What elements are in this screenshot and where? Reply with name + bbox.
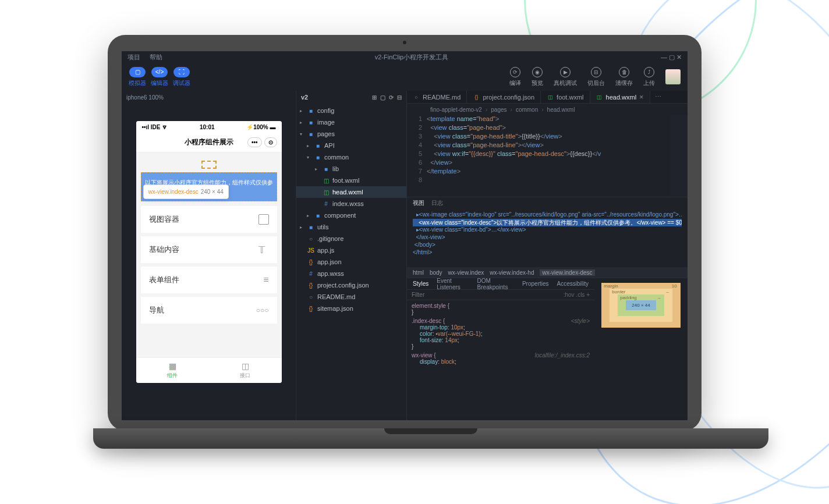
- file-item[interactable]: ◫head.wxml: [296, 186, 406, 198]
- user-avatar[interactable]: [665, 69, 681, 84]
- file-item[interactable]: {}app.json: [296, 256, 406, 268]
- remote-debug-button[interactable]: ▶真机调试: [554, 67, 577, 87]
- menu-bar: 项目 帮助 v2-FinClip小程序开发工具 — ▢ ✕: [122, 51, 688, 63]
- device-info[interactable]: iphone6 100%: [122, 91, 296, 104]
- clear-cache-button[interactable]: 🗑清缓存: [615, 67, 633, 87]
- upload-icon: ⤴: [644, 67, 654, 77]
- devtools-tab-elements[interactable]: 视图: [413, 199, 424, 207]
- menu-item-view-container[interactable]: 视图容器: [141, 206, 277, 233]
- preview-button[interactable]: ◉预览: [532, 67, 543, 87]
- compile-button[interactable]: ⟳编译: [509, 67, 521, 87]
- window-controls[interactable]: — ▢ ✕: [661, 54, 682, 61]
- devtools-tab-console[interactable]: 日志: [431, 199, 443, 207]
- tab-event-listeners[interactable]: Event Listeners: [437, 278, 469, 290]
- styles-toggles[interactable]: :hov .cls +: [564, 292, 590, 298]
- tab-properties[interactable]: Properties: [522, 281, 549, 287]
- background-button[interactable]: ⊟切后台: [587, 67, 605, 87]
- inspect-tooltip: wx-view.index-desc240 × 44: [143, 184, 229, 199]
- editor-tab[interactable]: {}project.config.json: [467, 91, 541, 103]
- folder-item[interactable]: ▸■utils: [296, 221, 406, 233]
- background-icon: ⊟: [591, 67, 601, 77]
- grid-icon: ▦: [169, 361, 176, 371]
- phone-preview[interactable]: ••ıl IDE ⛛ 10:01 ⚡100% ▬ 小程序组件展示 •••⊙: [136, 121, 282, 383]
- upload-button[interactable]: ⤴上传: [643, 67, 655, 87]
- menu-item[interactable]: 帮助: [150, 53, 162, 62]
- editor-panel: ○README.md{}project.config.json◫foot.wxm…: [407, 91, 688, 420]
- folder-item[interactable]: ▾■common: [296, 151, 406, 163]
- more-icon: ○○○: [256, 306, 269, 314]
- folder-item[interactable]: ▾■pages: [296, 128, 406, 140]
- logo-placeholder: [201, 161, 217, 169]
- file-item[interactable]: ◫foot.wxml: [296, 175, 406, 186]
- box-model[interactable]: margin10 border– padding– 240 × 44: [594, 278, 688, 420]
- card-icon: [258, 214, 269, 225]
- laptop-frame: 项目 帮助 v2-FinClip小程序开发工具 — ▢ ✕ ▢ 模拟器 </> …: [93, 35, 716, 460]
- preview-icon: ◉: [532, 67, 543, 77]
- file-explorer: v2 ⊞ ▢ ⟳ ⊟ ▸■config▸■image▾■pages▸■API▾■…: [296, 91, 407, 420]
- tabbar-api[interactable]: ◫接口: [209, 358, 282, 383]
- file-item[interactable]: ○README.md: [296, 291, 406, 303]
- styles-filter-input[interactable]: [412, 292, 470, 298]
- editor-tabs: ○README.md{}project.config.json◫foot.wxm…: [407, 91, 688, 104]
- editor-tab[interactable]: ◫head.wxml✕: [590, 91, 651, 103]
- window-title: v2-FinClip小程序开发工具: [375, 53, 449, 62]
- file-item[interactable]: {}project.config.json: [296, 279, 406, 291]
- file-item[interactable]: #index.wxss: [296, 198, 406, 210]
- api-icon: ◫: [242, 361, 249, 371]
- editor-icon: </>: [151, 67, 168, 77]
- capsule-menu-icon[interactable]: •••: [247, 137, 262, 147]
- dom-tree[interactable]: ▸<wx-image class="index-logo" src="../re…: [407, 209, 688, 267]
- phone-tabbar: ▦组件 ◫接口: [136, 357, 282, 383]
- simulator-icon: ▢: [129, 67, 146, 77]
- new-file-icon[interactable]: ⊞: [372, 94, 377, 101]
- device-icon: ▶: [560, 67, 571, 77]
- list-icon: ≡: [263, 275, 268, 285]
- tab-dom-breakpoints[interactable]: DOM Breakpoints: [477, 278, 514, 290]
- styles-pane[interactable]: element.style {} <style> .index-desc { m…: [407, 300, 594, 420]
- file-item[interactable]: #app.wxss: [296, 268, 406, 279]
- editor-tab[interactable]: ◫foot.wxml: [541, 91, 590, 103]
- toolbar: ▢ 模拟器 </> 编辑器 ⛶ 调试器 ⟳编译 ◉预览 ▶真机调试: [122, 63, 688, 91]
- folder-item[interactable]: ▸■config: [296, 105, 406, 116]
- mode-editor[interactable]: </> 编辑器: [151, 67, 168, 87]
- menu-item-basic-content[interactable]: 基础内容𝕋: [141, 236, 277, 263]
- phone-nav-bar: 小程序组件展示 •••⊙: [136, 133, 282, 152]
- menu-item[interactable]: 项目: [127, 53, 140, 62]
- ide-window: 项目 帮助 v2-FinClip小程序开发工具 — ▢ ✕ ▢ 模拟器 </> …: [122, 51, 688, 420]
- simulator-panel: iphone6 100% ••ıl IDE ⛛ 10:01 ⚡100% ▬ 小程…: [122, 91, 296, 420]
- breadcrumb[interactable]: fino-applet-demo-v2› pages› common› head…: [407, 104, 688, 115]
- tabbar-components[interactable]: ▦组件: [136, 358, 209, 383]
- phone-status-bar: ••ıl IDE ⛛ 10:01 ⚡100% ▬: [136, 121, 282, 133]
- menu-item-nav[interactable]: 导航○○○: [141, 297, 277, 324]
- folder-item[interactable]: ▸■image: [296, 116, 406, 128]
- text-icon: 𝕋: [258, 244, 269, 255]
- collapse-icon[interactable]: ⊟: [397, 94, 402, 101]
- file-item[interactable]: ○.gitignore: [296, 233, 406, 244]
- compile-icon: ⟳: [510, 67, 520, 77]
- page-title: 小程序组件展示: [185, 137, 233, 147]
- tab-styles[interactable]: Styles: [413, 281, 428, 287]
- folder-item[interactable]: ▸■component: [296, 210, 406, 221]
- code-editor[interactable]: 12345678 <template name="head"> <view cl…: [407, 115, 688, 197]
- editor-tab[interactable]: ○README.md: [407, 91, 467, 103]
- new-folder-icon[interactable]: ▢: [380, 94, 385, 101]
- minimap[interactable]: [670, 115, 688, 197]
- debugger-icon: ⛶: [173, 67, 190, 77]
- refresh-icon[interactable]: ⟳: [389, 94, 394, 101]
- mode-simulator[interactable]: ▢ 模拟器: [129, 67, 146, 87]
- mode-debugger[interactable]: ⛶ 调试器: [173, 67, 190, 87]
- devtools: 视图 日志 ▸<wx-image class="index-logo" src=…: [407, 197, 688, 420]
- dom-breadcrumb: html body wx-view.index wx-view.index-hd…: [407, 267, 688, 278]
- menu-item-form[interactable]: 表单组件≡: [141, 267, 277, 293]
- file-item[interactable]: JSapp.js: [296, 244, 406, 256]
- folder-item[interactable]: ▸■lib: [296, 163, 406, 175]
- capsule-close-icon[interactable]: ⊙: [264, 137, 277, 147]
- folder-item[interactable]: ▸■API: [296, 140, 406, 151]
- project-root[interactable]: v2: [301, 94, 308, 101]
- file-item[interactable]: {}sitemap.json: [296, 303, 406, 314]
- tabs-overflow-icon[interactable]: ⋯: [650, 91, 666, 103]
- trash-icon: 🗑: [619, 67, 629, 77]
- tab-accessibility[interactable]: Accessibility: [557, 281, 589, 287]
- close-icon[interactable]: ✕: [639, 94, 644, 100]
